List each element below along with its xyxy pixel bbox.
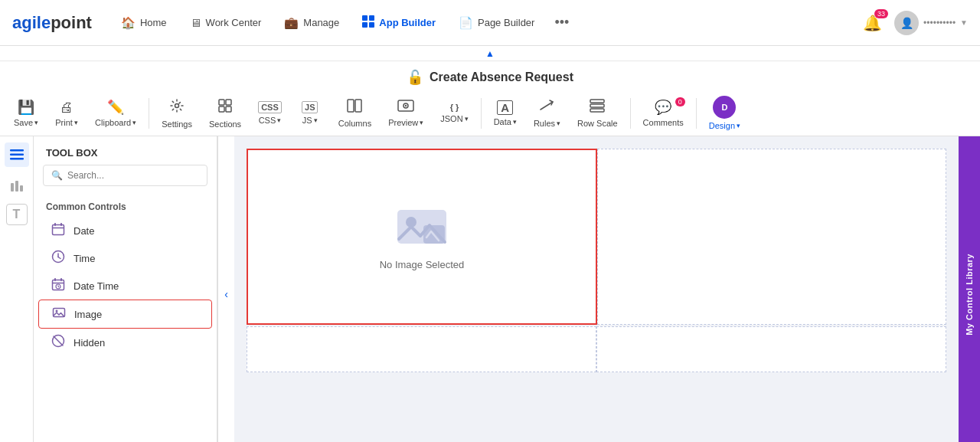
json-icon: { } [450,103,459,112]
svg-rect-0 [362,15,368,21]
nav-more-button[interactable]: ••• [547,8,577,37]
data-icon: A [497,100,513,115]
svg-rect-6 [226,100,231,105]
clipboard-icon: ✏️ [107,99,124,116]
print-button[interactable]: 🖨 Print▾ [47,95,86,132]
sidebar-item-chart[interactable] [5,173,29,198]
my-control-library-panel[interactable]: My Control Library [959,136,980,442]
time-label: Time [74,253,95,264]
canvas-grid: No Image Selected [247,149,946,372]
collapse-button[interactable]: ▲ [485,48,495,59]
time-icon [51,250,66,267]
design-icon: D [713,96,736,119]
js-button[interactable]: JS JS▾ [291,97,329,129]
page-title: Create Absence Request [430,70,573,84]
svg-rect-22 [15,181,18,192]
design-button[interactable]: D Design▾ [701,91,748,135]
lock-icon: 🔓 [407,69,423,86]
canvas-cell-right[interactable] [597,149,946,325]
image-icon [51,306,67,322]
columns-icon [347,99,362,116]
toolbar-divider-3 [630,98,631,129]
svg-point-4 [175,103,179,107]
svg-rect-21 [11,183,14,192]
title-bar: 🔓 Create Absence Request [0,61,980,90]
canvas-cell-bottom-right[interactable] [596,326,946,372]
css-icon: CSS [258,101,282,113]
json-button[interactable]: { } JSON▾ [433,98,475,128]
toolbox-item-date[interactable]: Date [38,217,212,244]
clipboard-button[interactable]: ✏️ Clipboard▾ [87,94,144,132]
home-icon: 🏠 [121,16,136,30]
nav-app-builder[interactable]: App Builder [351,9,446,36]
sidebar-item-text[interactable]: T [6,204,28,225]
save-button[interactable]: 💾 Save▾ [6,94,46,132]
canvas-row-1: No Image Selected [247,149,946,325]
nav-items: 🏠 Home 🖥 Work Center 💼 Manage App Builde… [110,8,857,37]
toolbox-title: TOOL BOX [34,136,217,165]
canvas-cell-selected[interactable]: No Image Selected [247,149,597,325]
canvas-cell-bottom-left[interactable] [247,326,596,372]
no-image-text: No Image Selected [380,259,465,270]
panel-collapse-button[interactable]: ‹ [217,136,234,442]
svg-rect-19 [10,154,24,156]
comments-button[interactable]: 0 💬 Comments [635,94,691,132]
svg-rect-1 [369,15,374,21]
sidebar-item-list[interactable] [5,142,29,167]
js-icon: JS [302,101,318,113]
svg-rect-23 [20,185,23,192]
toolbox-item-time[interactable]: Time [38,244,212,272]
svg-rect-14 [590,100,604,103]
collapse-bar: ▲ [0,46,980,61]
toolbox-item-hidden[interactable]: Hidden [38,329,212,356]
sections-button[interactable]: Sections [201,93,249,133]
svg-line-30 [58,257,60,259]
no-image-placeholder: No Image Selected [248,150,596,323]
svg-rect-15 [590,104,604,107]
nav-manage[interactable]: 💼 Manage [273,10,350,36]
main-container: T TOOL BOX 🔍 Common Controls Date [0,136,980,442]
svg-line-41 [54,336,63,345]
row-scale-button[interactable]: Row Scale [570,94,626,133]
user-menu[interactable]: 👤 •••••••••• ▼ [894,11,968,35]
date-icon [51,222,66,239]
sections-icon [217,98,233,117]
chevron-left-icon: ‹ [224,288,228,300]
svg-rect-16 [590,109,604,112]
svg-rect-27 [60,223,62,226]
rules-icon [539,99,554,116]
briefcase-icon: 💼 [284,16,299,30]
settings-icon [169,98,185,117]
nav-work-center[interactable]: 🖥 Work Center [179,10,273,35]
user-name: •••••••••• [923,18,956,28]
svg-rect-2 [362,22,368,28]
chevron-down-icon: ▼ [960,18,968,27]
css-button[interactable]: CSS CSS▾ [250,97,289,129]
logo[interactable]: agilepoint [12,13,92,33]
rules-button[interactable]: Rules▾ [526,94,568,133]
grid-icon [362,15,374,30]
svg-point-39 [56,310,58,313]
settings-button[interactable]: Settings [154,93,200,133]
svg-rect-8 [226,106,231,112]
notifications-button[interactable]: 🔔 33 [860,11,885,35]
toolbox-item-image[interactable]: Image [38,300,212,329]
columns-button[interactable]: Columns [331,94,379,133]
avatar-icon: 👤 [900,17,913,29]
notification-badge: 33 [874,9,888,18]
preview-button[interactable]: Preview▾ [381,95,431,132]
monitor-icon: 🖥 [190,16,201,29]
toolbox-item-datetime[interactable]: Date Time [38,272,212,300]
svg-rect-10 [355,100,361,112]
data-button[interactable]: A Data▾ [486,96,524,131]
toolbox-panel: TOOL BOX 🔍 Common Controls Date [34,136,217,442]
nav-home[interactable]: 🏠 Home [110,10,178,36]
search-input[interactable] [67,170,199,181]
svg-rect-34 [60,278,62,281]
nav-page-builder[interactable]: 📄 Page Builder [448,10,545,36]
canvas-area[interactable]: No Image Selected [234,136,959,442]
my-control-library-label: My Control Library [965,254,974,336]
preview-icon [397,100,414,116]
svg-rect-9 [348,100,354,112]
print-icon: 🖨 [60,100,74,116]
